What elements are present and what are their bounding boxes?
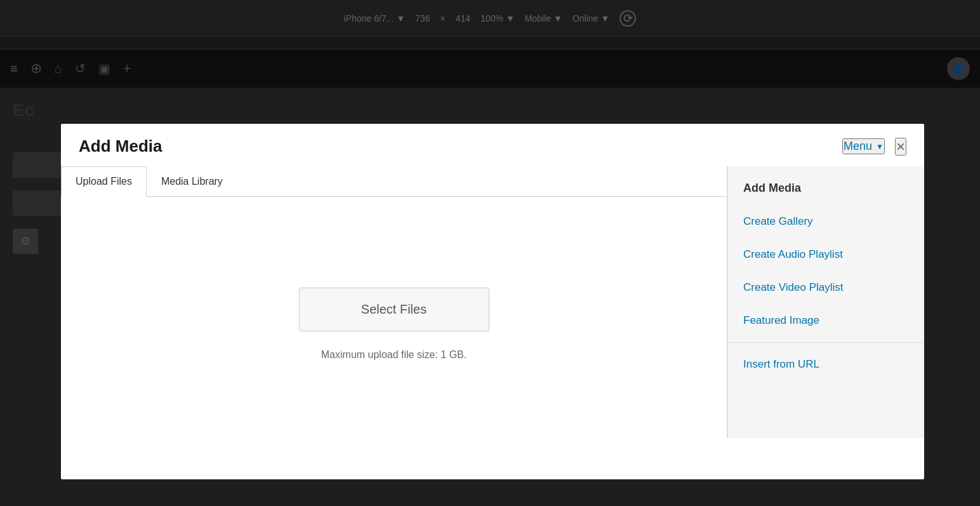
select-files-button[interactable]: Select Files bbox=[299, 288, 489, 331]
tab-media-library-label: Media Library bbox=[161, 176, 223, 187]
menu-dropdown-panel: Add Media Create Gallery Create Audio Pl… bbox=[727, 166, 924, 438]
modal-title: Add Media bbox=[79, 136, 162, 156]
modal-close-button[interactable]: × bbox=[895, 138, 906, 156]
tabs: Upload Files Media Library bbox=[61, 166, 727, 197]
menu-section-title: Add Media bbox=[728, 166, 924, 205]
left-panel: Upload Files Media Library Select Files … bbox=[61, 166, 727, 438]
menu-item-featured-image[interactable]: Featured Image bbox=[728, 304, 924, 337]
menu-item-create-audio-playlist[interactable]: Create Audio Playlist bbox=[728, 238, 924, 271]
upload-hint: Maximum upload file size: 1 GB. bbox=[321, 349, 467, 361]
menu-divider bbox=[728, 342, 924, 343]
menu-item-create-gallery[interactable]: Create Gallery bbox=[728, 205, 924, 238]
menu-item-insert-from-url[interactable]: Insert from URL bbox=[728, 348, 924, 381]
menu-label: Menu bbox=[844, 140, 872, 153]
modal-header-right: Menu ▼ × bbox=[842, 138, 906, 156]
modal-body: Upload Files Media Library Select Files … bbox=[61, 166, 924, 438]
modal-header: Add Media Menu ▼ × bbox=[61, 124, 924, 166]
tab-upload-files-label: Upload Files bbox=[76, 176, 132, 187]
add-media-modal: Add Media Menu ▼ × Upload Files Media Li… bbox=[61, 124, 924, 479]
tab-upload-files[interactable]: Upload Files bbox=[61, 166, 147, 197]
tab-media-library[interactable]: Media Library bbox=[147, 166, 237, 197]
upload-area: Select Files Maximum upload file size: 1… bbox=[61, 197, 727, 438]
menu-button[interactable]: Menu ▼ bbox=[842, 138, 885, 154]
menu-dropdown-arrow: ▼ bbox=[876, 142, 884, 151]
menu-item-create-video-playlist[interactable]: Create Video Playlist bbox=[728, 271, 924, 304]
